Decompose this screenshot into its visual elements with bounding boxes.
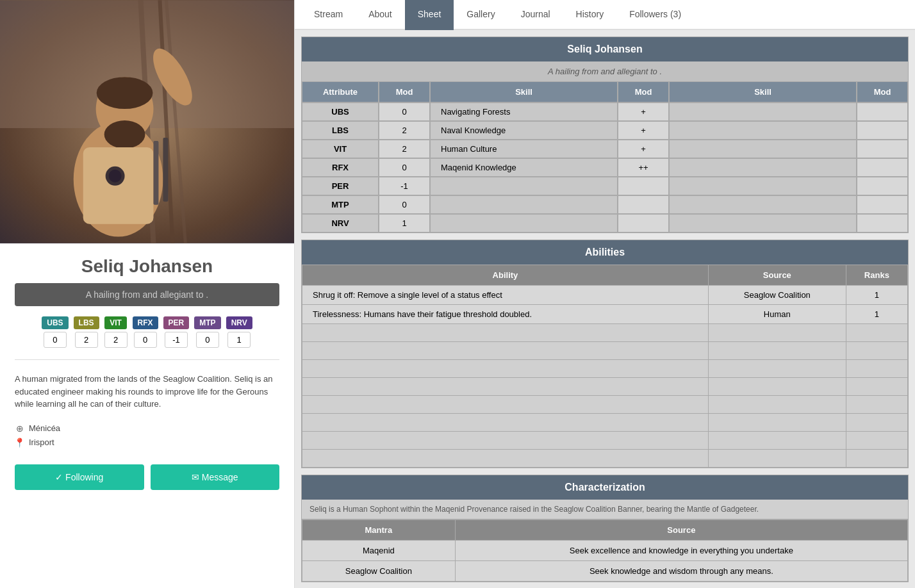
skill2-mod xyxy=(857,214,908,233)
attr-col-header: Attribute Mod xyxy=(302,81,430,102)
tab-stream[interactable]: Stream xyxy=(301,0,356,30)
skill2-name xyxy=(669,177,857,195)
col-headers-row: Attribute Mod Skill Mod Skill Mod xyxy=(302,81,908,102)
attr-val-ubs: 0 xyxy=(44,332,67,348)
attribute-mod: 2 xyxy=(379,140,430,158)
character-tagline: A hailing from and allegiant to . xyxy=(15,283,279,306)
ability-row xyxy=(302,324,908,342)
following-button[interactable]: ✓ Following xyxy=(15,464,144,490)
attrs-skills-row: LBS2Naval Knowledge+ xyxy=(302,121,908,140)
svg-rect-9 xyxy=(83,147,154,224)
tab-followers--3-[interactable]: Followers (3) xyxy=(616,0,694,30)
ability-ranks-cell xyxy=(846,378,907,396)
ability-source-cell xyxy=(708,396,846,414)
skill-header-1: Skill xyxy=(430,81,618,102)
ability-row xyxy=(302,450,908,468)
location-label: Irisport xyxy=(29,437,54,447)
mantra-table: Mantra Source MaqenidSeek excellence and… xyxy=(302,519,908,582)
ability-ranks-cell xyxy=(846,342,907,360)
meta-info: ⊕ Ménicéa 📍 Irisport xyxy=(15,423,279,452)
ability-source-cell: Seaglow Coalition xyxy=(708,286,846,305)
ability-name-cell xyxy=(302,342,709,360)
svg-point-11 xyxy=(109,170,122,183)
attrs-skills-row: RFX0Maqenid Knowledge++ xyxy=(302,158,908,177)
source-mantra-col-header: Source xyxy=(455,520,907,541)
svg-point-8 xyxy=(104,120,145,149)
ability-col-header: Ability xyxy=(302,265,709,286)
attrs-skills-row: VIT2Human Culture+ xyxy=(302,140,908,158)
ability-name-cell: Shrug it off: Remove a single level of a… xyxy=(302,286,709,305)
tab-gallery[interactable]: Gallery xyxy=(454,0,507,30)
attributes-bar: UBS0LBS2VIT2RFX0PER-1MTP0NRV1 xyxy=(42,316,252,348)
attribute-name: VIT xyxy=(302,140,379,158)
tab-about[interactable]: About xyxy=(356,0,405,30)
attr-label-lbs: LBS xyxy=(74,316,99,329)
location-icon: 📍 xyxy=(15,437,25,448)
mantra-cell: Seaglow Coalition xyxy=(302,561,456,582)
mantra-cell: Maqenid xyxy=(302,541,456,561)
ability-row: Tirelessness: Humans have their fatigue … xyxy=(302,305,908,324)
skill-col2-header: Skill Mod xyxy=(669,81,908,102)
tab-sheet[interactable]: Sheet xyxy=(405,0,454,30)
attribute-name: PER xyxy=(302,177,379,195)
sheet-subtitle: A hailing from and allegiant to . xyxy=(302,61,908,81)
mantra-row: Seaglow CoalitionSeek knowledge and wisd… xyxy=(302,561,908,582)
skill1-mod xyxy=(618,195,669,214)
abilities-header-row: Ability Source Ranks xyxy=(302,265,908,286)
skill1-name: Navigating Forests xyxy=(430,102,618,121)
skill2-name xyxy=(669,214,857,233)
abilities-table: Ability Source Ranks Shrug it off: Remov… xyxy=(302,265,908,468)
skill1-name: Maqenid Knowledge xyxy=(430,158,618,177)
skill1-name xyxy=(430,177,618,195)
attr-val-mtp: 0 xyxy=(196,332,219,348)
mantra-body: MaqenidSeek excellence and knowledge in … xyxy=(302,541,908,582)
mantra-header-row: Mantra Source xyxy=(302,520,908,541)
ability-row xyxy=(302,396,908,414)
attribute-mod: 1 xyxy=(379,214,430,233)
attribute-mod: 0 xyxy=(379,158,430,177)
mantra-source-cell: Seek knowledge and wisdom through any me… xyxy=(455,561,907,582)
ability-name-cell xyxy=(302,360,709,378)
world-item: ⊕ Ménicéa xyxy=(15,423,279,434)
ability-ranks-cell xyxy=(846,450,907,468)
attrs-skills-row: NRV1 xyxy=(302,214,908,233)
mod-header-1: Mod xyxy=(379,81,430,102)
ability-row xyxy=(302,378,908,396)
char-description: Seliq is a Human Sophont within the Maqe… xyxy=(302,500,908,519)
attr-item-rfx: RFX0 xyxy=(133,316,158,348)
attrs-skills-row: PER-1 xyxy=(302,177,908,195)
skill1-name: Naval Knowledge xyxy=(430,121,618,140)
attribute-mod: 0 xyxy=(379,195,430,214)
tab-journal[interactable]: Journal xyxy=(508,0,563,30)
ability-ranks-cell xyxy=(846,414,907,432)
tab-history[interactable]: History xyxy=(563,0,617,30)
skill2-mod xyxy=(857,121,908,140)
skill2-mod xyxy=(857,195,908,214)
skill-col1-header: Skill Mod xyxy=(430,81,669,102)
skill1-mod: + xyxy=(618,121,669,140)
mantra-row: MaqenidSeek excellence and knowledge in … xyxy=(302,541,908,561)
message-button[interactable]: ✉ Message xyxy=(151,464,280,490)
mantra-source-cell: Seek excellence and knowledge in everyth… xyxy=(455,541,907,561)
attribute-mod: 2 xyxy=(379,121,430,140)
ability-name-cell xyxy=(302,450,709,468)
attribute-name: UBS xyxy=(302,102,379,121)
abilities-body: Shrug it off: Remove a single level of a… xyxy=(302,286,908,468)
attribute-mod: 0 xyxy=(379,102,430,121)
ability-row: Shrug it off: Remove a single level of a… xyxy=(302,286,908,305)
skill2-name xyxy=(669,140,857,158)
sheet-content: Seliq Johansen A hailing from and allegi… xyxy=(295,30,915,588)
ability-ranks-cell: 1 xyxy=(846,286,907,305)
svg-rect-14 xyxy=(163,138,168,202)
ability-name-cell xyxy=(302,432,709,450)
attr-item-ubs: UBS0 xyxy=(42,316,68,348)
skill-header-2: Skill xyxy=(669,81,857,102)
attribute-name: RFX xyxy=(302,158,379,177)
sheet-title: Seliq Johansen xyxy=(302,37,908,61)
attribute-mod: -1 xyxy=(379,177,430,195)
skill1-name: Human Culture xyxy=(430,140,618,158)
ability-row xyxy=(302,360,908,378)
skill2-name xyxy=(669,195,857,214)
svg-point-7 xyxy=(97,77,153,109)
action-buttons: ✓ Following ✉ Message xyxy=(15,464,279,490)
